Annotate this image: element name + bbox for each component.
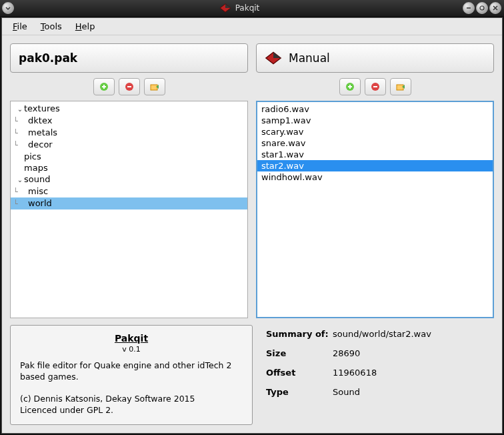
summary-label: Offset [266, 368, 333, 378]
menu-help[interactable]: Help [70, 20, 101, 33]
tree-item-maps[interactable]: maps [11, 162, 247, 173]
left-export-button[interactable] [144, 78, 165, 95]
add-icon [99, 81, 109, 92]
tree-item-label: dktex [28, 115, 52, 125]
export-icon [395, 81, 406, 92]
tree-item-textures[interactable]: ⌄textures [11, 103, 247, 115]
tree-item-decor[interactable]: └ decor [11, 139, 247, 151]
folder-tree[interactable]: ⌄textures└ dktex└ metals└ decorpicsmaps⌄… [10, 101, 248, 318]
summary-label: Size [266, 348, 333, 358]
right-panel-title: Manual [256, 43, 494, 73]
tree-item-sound[interactable]: ⌄sound [11, 173, 247, 185]
file-item[interactable]: star1.wav [257, 149, 493, 160]
summary-value: Sound [333, 387, 489, 397]
left-panel-title: pak0.pak [10, 43, 248, 73]
export-icon [149, 81, 160, 92]
about-title: Pakqit [20, 332, 243, 345]
close-button[interactable] [489, 2, 501, 14]
tree-item-metals[interactable]: └ metals [11, 127, 247, 139]
summary-label: Type [266, 387, 333, 397]
left-toolbar [10, 73, 248, 101]
window-title: Pakqit [235, 3, 260, 13]
file-item[interactable]: star2.wav [257, 160, 493, 171]
left-remove-button[interactable] [119, 78, 140, 95]
file-item[interactable]: samp1.wav [257, 115, 493, 126]
menu-file[interactable]: File [7, 20, 33, 33]
tree-toggle-icon[interactable]: ⌄ [16, 103, 24, 115]
tree-item-label: textures [24, 103, 60, 113]
file-item[interactable]: windhowl.wav [257, 171, 493, 183]
right-remove-button[interactable] [365, 78, 386, 95]
tree-item-label: metals [28, 127, 57, 137]
svg-rect-6 [151, 85, 157, 90]
svg-point-3 [480, 6, 484, 10]
about-version: v 0.1 [20, 345, 243, 355]
maximize-button[interactable] [476, 2, 488, 14]
manual-icon [265, 51, 282, 65]
summary-row: TypeSound [266, 387, 489, 397]
tree-item-world[interactable]: └ world [11, 197, 247, 209]
file-item[interactable]: scary.wav [257, 126, 493, 137]
summary-heading-value: sound/world/star2.wav [333, 329, 489, 339]
right-toolbar [256, 73, 494, 101]
tree-item-label: misc [28, 186, 48, 196]
right-panel: Manual radio6.wavsamp1.wavscary.wavsnare… [256, 43, 494, 318]
remove-icon [370, 81, 381, 92]
summary-value: 11960618 [333, 368, 489, 378]
add-icon [345, 81, 355, 92]
summary-box: Summary of: sound/world/star2.wav Size28… [261, 325, 494, 425]
right-add-button[interactable] [339, 78, 361, 95]
tree-item-label: sound [24, 174, 50, 184]
minimize-button[interactable] [463, 2, 475, 14]
pak-filename: pak0.pak [19, 51, 77, 65]
summary-heading-label: Summary of: [266, 329, 333, 339]
left-add-button[interactable] [93, 78, 115, 95]
menu-tools[interactable]: Tools [35, 20, 67, 33]
app-icon [219, 3, 231, 13]
left-panel: pak0.pak ⌄textures└ dktex└ metals└ decor… [10, 43, 248, 318]
summary-row: Offset11960618 [266, 368, 489, 378]
file-item[interactable]: snare.wav [257, 137, 493, 149]
summary-value: 28690 [333, 348, 489, 358]
tree-item-label: world [28, 198, 52, 208]
right-export-button[interactable] [390, 78, 411, 95]
about-copyright: (c) Dennis Katsonis, Dekay Software 2015 [20, 394, 243, 405]
file-list[interactable]: radio6.wavsamp1.wavscary.wavsnare.wavsta… [256, 101, 494, 318]
tree-item-label: decor [28, 139, 53, 149]
remove-icon [124, 81, 135, 92]
tree-item-pics[interactable]: pics [11, 151, 247, 162]
titlebar: Pakqit [0, 0, 504, 16]
tree-item-misc[interactable]: └ misc [11, 185, 247, 197]
about-description: Pak file editor for Quake engine and oth… [20, 360, 243, 383]
about-license: Licenced under GPL 2. [20, 405, 243, 416]
file-item[interactable]: radio6.wav [257, 103, 493, 115]
right-title-text: Manual [289, 51, 330, 65]
summary-row: Size28690 [266, 348, 489, 358]
tree-item-label: maps [24, 163, 48, 173]
tree-item-dktex[interactable]: └ dktex [11, 115, 247, 127]
window-menu-button[interactable] [2, 2, 14, 14]
menubar: File Tools Help [2, 18, 502, 35]
tree-item-label: pics [24, 151, 41, 161]
about-box: Pakqit v 0.1 Pak file editor for Quake e… [10, 325, 253, 425]
svg-rect-11 [397, 85, 403, 90]
tree-toggle-icon[interactable]: ⌄ [16, 174, 24, 185]
